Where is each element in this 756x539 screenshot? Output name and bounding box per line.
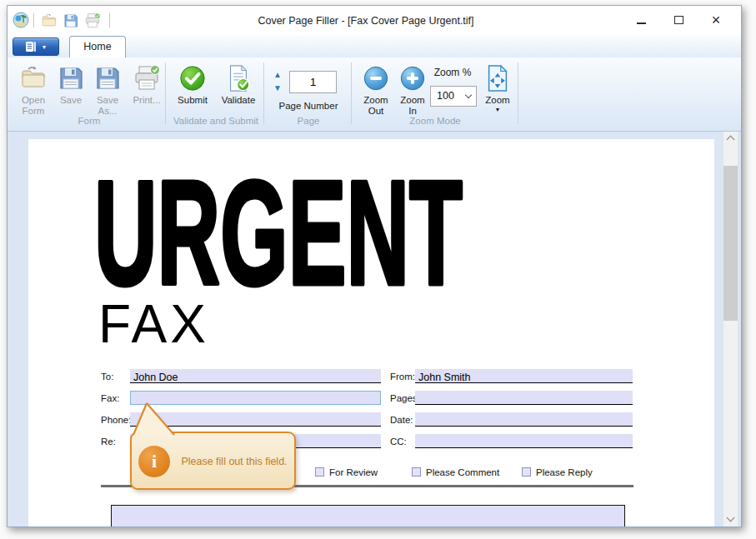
group-separator xyxy=(351,62,352,124)
open-file-icon[interactable] xyxy=(41,12,58,29)
zoom-percent-value: 100 xyxy=(437,90,454,102)
group-separator xyxy=(165,62,166,124)
zoom-in-icon xyxy=(396,64,429,94)
urgent-text: URGENT xyxy=(94,150,463,316)
ribbon: Open Form Save xyxy=(8,57,741,132)
validate-button[interactable]: Validate xyxy=(216,64,261,106)
separator xyxy=(33,13,34,27)
date-label: Date: xyxy=(390,415,413,425)
save-as-icon xyxy=(89,64,126,94)
app-logo-icon xyxy=(13,12,29,28)
submit-button[interactable]: Submit xyxy=(171,64,214,106)
zoom-mode-button[interactable]: Zoom ▼ xyxy=(481,64,514,112)
scroll-down-button[interactable] xyxy=(723,512,738,527)
minimize-button[interactable] xyxy=(628,11,653,29)
print-icon[interactable] xyxy=(84,12,101,29)
app-window: Cover Page Filler - [Fax Cover Page Urge… xyxy=(7,5,742,527)
chevron-down-icon: ▼ xyxy=(481,107,514,112)
chevron-down-icon xyxy=(465,92,472,98)
cc-label: CC: xyxy=(390,437,407,447)
printer-icon xyxy=(129,64,164,94)
validate-label: Validate xyxy=(216,95,261,106)
comments-field[interactable] xyxy=(111,505,625,527)
save-file-icon[interactable] xyxy=(63,12,79,29)
menu-icon xyxy=(25,41,37,52)
save-label: Save xyxy=(56,95,86,106)
validate-document-icon xyxy=(216,64,261,94)
page-number-input[interactable] xyxy=(289,71,337,93)
open-form-label: Open Form xyxy=(14,95,53,117)
cc-field[interactable] xyxy=(415,434,633,448)
minimize-icon xyxy=(637,22,646,24)
submit-check-icon xyxy=(171,64,214,94)
save-as-label: Save As... xyxy=(89,95,126,117)
date-input[interactable] xyxy=(415,414,633,427)
page-number-label: Page Number xyxy=(268,101,349,111)
pages-input[interactable] xyxy=(415,392,633,406)
checkbox-icon[interactable] xyxy=(412,467,421,477)
group-separator xyxy=(518,62,518,124)
fax-cover-page: URGENT FAX To: Fax: Phone: Re: From: xyxy=(28,139,714,527)
to-label: To: xyxy=(101,372,113,382)
print-label: Print... xyxy=(129,95,164,106)
application-menu-button[interactable]: ▼ xyxy=(13,37,59,56)
tab-strip: ▼ Home xyxy=(8,34,741,57)
zoom-in-button[interactable]: Zoom In xyxy=(396,64,429,117)
open-folder-icon xyxy=(14,64,53,94)
save-as-button[interactable]: Save As... xyxy=(89,64,126,117)
document-viewport: URGENT FAX To: Fax: Phone: Re: From: xyxy=(8,132,741,527)
tooltip-pointer xyxy=(123,402,183,435)
zoom-fit-icon xyxy=(481,64,514,94)
submit-label: Submit xyxy=(171,95,214,106)
close-icon: × xyxy=(712,12,721,27)
zoom-in-label: Zoom In xyxy=(396,95,429,117)
re-label: Re: xyxy=(101,437,116,447)
pages-field[interactable] xyxy=(415,391,633,405)
chevron-up-icon xyxy=(727,136,735,144)
checkbox-icon[interactable] xyxy=(315,467,324,477)
date-field[interactable] xyxy=(415,412,633,427)
validation-tooltip: i Please fill out this field. xyxy=(130,432,296,490)
to-input[interactable] xyxy=(130,371,381,384)
info-icon: i xyxy=(138,446,170,477)
from-label: From: xyxy=(390,372,415,382)
zoom-out-button[interactable]: Zoom Out xyxy=(358,64,394,117)
page-down-button[interactable]: ▼ xyxy=(271,82,284,94)
vertical-scrollbar[interactable] xyxy=(723,132,738,527)
cc-input[interactable] xyxy=(415,436,633,449)
checkbox-icon[interactable] xyxy=(522,467,531,477)
zoom-out-icon xyxy=(358,64,394,94)
save-button[interactable]: Save xyxy=(56,64,86,106)
validation-message: Please fill out this field. xyxy=(178,456,290,467)
tab-home[interactable]: Home xyxy=(69,36,126,57)
group-label-page: Page xyxy=(268,116,349,126)
from-field[interactable] xyxy=(415,369,633,383)
separator xyxy=(109,13,110,27)
chevron-down-icon xyxy=(727,514,735,522)
fax-label: Fax: xyxy=(101,393,119,403)
scrollbar-thumb[interactable] xyxy=(723,166,738,321)
save-icon xyxy=(56,64,86,94)
group-label-validate-submit: Validate and Submit xyxy=(168,116,264,126)
chevron-down-icon: ▼ xyxy=(42,44,48,50)
zoom-out-label: Zoom Out xyxy=(358,95,394,117)
zoom-percent-combobox[interactable]: 100 xyxy=(430,86,477,107)
scroll-up-button[interactable] xyxy=(723,132,738,146)
checkbox-label: For Review xyxy=(329,467,378,477)
zoom-mode-label: Zoom xyxy=(481,95,514,106)
open-form-button[interactable]: Open Form xyxy=(14,64,53,117)
window-title: Cover Page Filler - [Fax Cover Page Urge… xyxy=(124,15,608,27)
title-bar: Cover Page Filler - [Fax Cover Page Urge… xyxy=(8,6,741,34)
fax-subheading: FAX xyxy=(98,296,209,352)
maximize-button[interactable] xyxy=(666,11,691,29)
checkbox-label: Please Comment xyxy=(426,467,499,477)
zoom-percent-label: Zoom % xyxy=(428,67,478,78)
page-up-button[interactable]: ▲ xyxy=(271,69,284,81)
group-label-zoom-mode: Zoom Mode xyxy=(355,116,515,126)
to-field[interactable] xyxy=(130,369,381,383)
close-button[interactable]: × xyxy=(703,11,728,29)
group-separator xyxy=(263,62,264,124)
maximize-icon xyxy=(674,16,683,24)
print-button[interactable]: Print... xyxy=(129,64,164,106)
from-input[interactable] xyxy=(415,371,633,384)
